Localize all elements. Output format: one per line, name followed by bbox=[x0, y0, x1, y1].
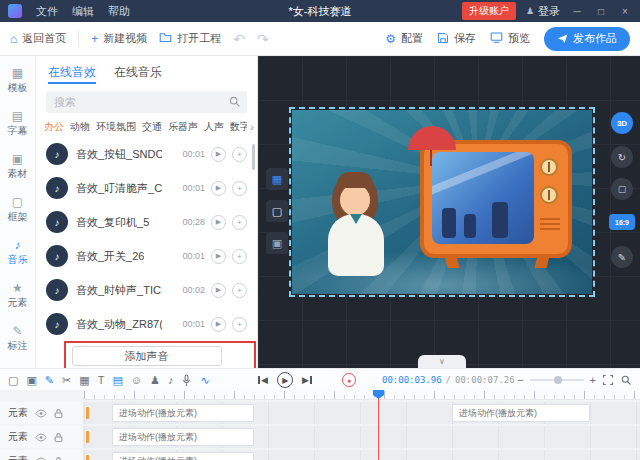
category-animal[interactable]: 动物 bbox=[70, 120, 90, 134]
back-home-button[interactable]: ⌂ 返回首页 bbox=[10, 31, 66, 46]
sound-row[interactable]: ♪ 音效_开关_26 00:01 ▶ + bbox=[36, 239, 257, 273]
play-button[interactable]: ▶ bbox=[277, 372, 293, 388]
sidebar-item-material[interactable]: ▣ 素材 bbox=[0, 148, 36, 186]
mask-toggle-icon[interactable]: ▣ bbox=[266, 232, 288, 254]
menu-edit[interactable]: 编辑 bbox=[72, 4, 94, 19]
image-tool-icon[interactable]: ▣ bbox=[26, 375, 36, 386]
sound-play-button[interactable]: ▶ bbox=[211, 215, 226, 230]
3d-button[interactable]: 3D bbox=[611, 112, 633, 134]
split-tool-icon[interactable]: ✂ bbox=[62, 375, 71, 386]
record-button[interactable]: ● bbox=[342, 373, 356, 387]
sound-play-button[interactable]: ▶ bbox=[211, 181, 226, 196]
zoom-out-button[interactable]: − bbox=[517, 374, 523, 386]
rotate-button[interactable]: ↻ bbox=[611, 146, 633, 168]
zoom-in-button[interactable]: + bbox=[590, 374, 596, 386]
sound-row[interactable]: ♪ 音效_按钮_SNDC 00:01 ▶ + bbox=[36, 137, 257, 171]
search-icon[interactable] bbox=[228, 95, 241, 108]
sound-play-button[interactable]: ▶ bbox=[211, 283, 226, 298]
sound-row[interactable]: ♪ 音效_复印机_5 00:28 ▶ + bbox=[36, 205, 257, 239]
track-lane[interactable]: 进场动作(播放元素) bbox=[84, 426, 640, 448]
eye-icon[interactable] bbox=[35, 409, 47, 418]
pen-tool-icon[interactable]: ✎ bbox=[45, 375, 54, 386]
zoom-slider-knob[interactable] bbox=[554, 376, 562, 384]
category-ambience[interactable]: 环境氛围 bbox=[96, 120, 136, 134]
text-tool-icon[interactable]: T bbox=[98, 375, 105, 386]
add-sound-button[interactable]: 添加声音 bbox=[72, 346, 222, 366]
sidebar-item-template[interactable]: ▦ 模板 bbox=[0, 62, 36, 100]
magnifier-icon[interactable] bbox=[620, 374, 632, 386]
menu-file[interactable]: 文件 bbox=[36, 4, 58, 19]
frame-toggle-icon[interactable]: ▢ bbox=[266, 200, 288, 222]
zoom-slider[interactable] bbox=[530, 379, 584, 381]
redo-button[interactable]: ↷ bbox=[257, 32, 269, 46]
save-button[interactable]: 保存 bbox=[437, 31, 476, 46]
sound-row[interactable]: ♪ 音效_时钟声_TICI 00:02 ▶ + bbox=[36, 273, 257, 307]
category-more-arrow[interactable]: › bbox=[247, 121, 254, 133]
config-button[interactable]: ⚙ 配置 bbox=[385, 31, 423, 46]
lock-icon[interactable] bbox=[54, 408, 63, 419]
timeline-clip[interactable]: 进场动作(播放元素) bbox=[112, 428, 254, 446]
next-frame-button[interactable]: ▶ bbox=[302, 375, 312, 385]
sound-add-button[interactable]: + bbox=[232, 147, 247, 162]
category-traffic[interactable]: 交通 bbox=[142, 120, 162, 134]
panel-scrollbar[interactable] bbox=[252, 144, 255, 170]
wave-tool-icon[interactable]: ∿ bbox=[200, 375, 209, 386]
grid-toggle-icon[interactable]: ▦ bbox=[266, 168, 288, 190]
sound-play-button[interactable]: ▶ bbox=[211, 317, 226, 332]
timeline-ruler[interactable] bbox=[84, 390, 640, 400]
audio-tool-icon[interactable]: ♪ bbox=[168, 375, 174, 386]
sound-add-button[interactable]: + bbox=[232, 283, 247, 298]
eye-icon[interactable] bbox=[35, 433, 47, 442]
sound-add-button[interactable]: + bbox=[232, 249, 247, 264]
aspect-ratio-button[interactable]: 16:9 bbox=[609, 214, 635, 230]
timeline-clip[interactable]: 进场动作(播放元素) bbox=[452, 404, 590, 422]
publish-button[interactable]: 发布作品 bbox=[544, 27, 630, 51]
menu-help[interactable]: 帮助 bbox=[108, 4, 130, 19]
sidebar-item-music[interactable]: ♪ 音乐 bbox=[0, 234, 36, 272]
sound-play-button[interactable]: ▶ bbox=[211, 249, 226, 264]
track-lane[interactable]: 进场动作(播放元素) bbox=[84, 450, 640, 460]
sticker-tool-icon[interactable]: ☺ bbox=[131, 375, 142, 386]
login-button[interactable]: ♟ 登录 bbox=[526, 4, 560, 19]
track-lane[interactable]: 进场动作(播放元素) 进场动作(播放元素) bbox=[84, 402, 640, 424]
sound-add-button[interactable]: + bbox=[232, 181, 247, 196]
new-video-button[interactable]: + 新建视频 bbox=[91, 31, 147, 46]
sidebar-item-subtitle[interactable]: ▤ 字幕 bbox=[0, 105, 36, 143]
sidebar-item-annotate[interactable]: ✎ 标注 bbox=[0, 320, 36, 358]
sidebar-item-element[interactable]: ★ 元素 bbox=[0, 277, 36, 315]
open-project-button[interactable]: 打开工程 bbox=[159, 31, 221, 46]
preview-button[interactable]: 预览 bbox=[490, 31, 530, 46]
upgrade-account-button[interactable]: 升级账户 bbox=[462, 2, 516, 20]
prev-frame-button[interactable]: ◀ bbox=[258, 375, 268, 385]
grid-tool-icon[interactable]: ▦ bbox=[79, 375, 89, 386]
select-tool-icon[interactable]: ▢ bbox=[8, 375, 18, 386]
video-frame[interactable] bbox=[292, 110, 592, 294]
lock-icon[interactable] bbox=[54, 432, 63, 443]
playhead-line[interactable] bbox=[378, 390, 379, 460]
sound-add-button[interactable]: + bbox=[232, 215, 247, 230]
undo-button[interactable]: ↶ bbox=[233, 32, 245, 46]
sound-row[interactable]: ♪ 音效_动物_ZR87( 00:01 ▶ + bbox=[36, 307, 257, 341]
tab-online-sfx[interactable]: 在线音效 bbox=[48, 64, 96, 84]
sound-play-button[interactable]: ▶ bbox=[211, 147, 226, 162]
category-office[interactable]: 办公 bbox=[44, 120, 64, 134]
sidebar-item-frame[interactable]: ▢ 框架 bbox=[0, 191, 36, 229]
sound-row[interactable]: ♪ 音效_叮清脆声_C 00:01 ▶ + bbox=[36, 171, 257, 205]
crop-button[interactable]: ▢ bbox=[611, 178, 633, 200]
subtitle-tool-icon[interactable]: ▤ bbox=[112, 375, 122, 386]
lock-icon[interactable] bbox=[54, 456, 63, 460]
mic-tool-icon[interactable] bbox=[181, 374, 192, 387]
maximize-button[interactable]: □ bbox=[594, 6, 608, 17]
close-button[interactable]: × bbox=[618, 6, 632, 17]
character-tool-icon[interactable]: ♟ bbox=[150, 375, 160, 386]
tab-online-music[interactable]: 在线音乐 bbox=[114, 64, 162, 84]
category-instrument[interactable]: 乐器声 bbox=[168, 120, 198, 134]
timeline-clip[interactable]: 进场动作(播放元素) bbox=[112, 452, 254, 460]
category-voice[interactable]: 人声 bbox=[204, 120, 224, 134]
collapse-handle[interactable]: ∨ bbox=[418, 355, 466, 368]
sound-add-button[interactable]: + bbox=[232, 317, 247, 332]
fit-timeline-icon[interactable] bbox=[602, 374, 614, 386]
eye-icon[interactable] bbox=[35, 457, 47, 460]
minimize-button[interactable]: ─ bbox=[570, 6, 584, 17]
timeline-clip[interactable]: 进场动作(播放元素) bbox=[112, 404, 254, 422]
